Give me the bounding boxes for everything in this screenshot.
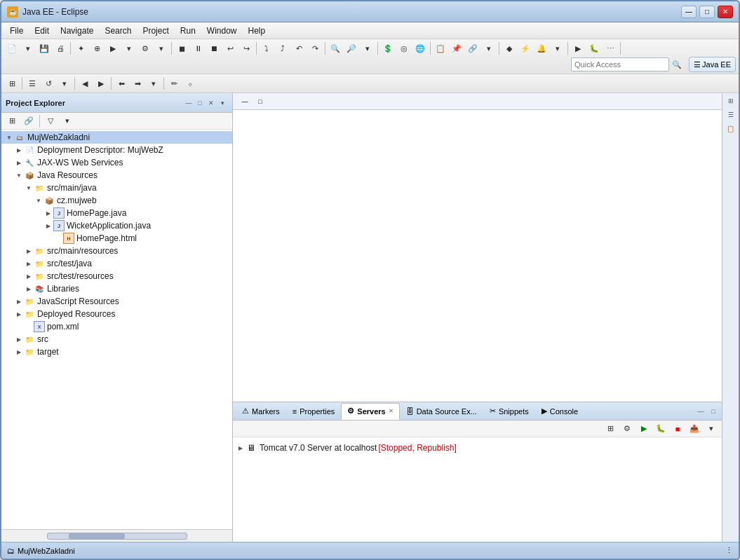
tb2-btn-3[interactable]: ↺: [41, 76, 56, 91]
rs-btn-1[interactable]: ⊞: [725, 95, 737, 107]
tree-root[interactable]: ▼ 🗂 MujWebZakladni: [1, 131, 232, 144]
tb2-btn-4[interactable]: ▾: [57, 76, 72, 91]
tb-btn-7[interactable]: ⚙: [137, 41, 153, 56]
menu-file[interactable]: File: [4, 25, 29, 37]
horizontal-scrollbar[interactable]: [1, 529, 232, 542]
tb-btn-24[interactable]: 📋: [433, 41, 448, 56]
tb2-btn-10[interactable]: ✏: [166, 76, 182, 91]
list-item[interactable]: ▼ 📦 Java Resources: [1, 169, 232, 182]
list-item[interactable]: ▶ 📁 JavaScript Resources: [1, 295, 232, 308]
tb2-btn-1[interactable]: ⊞: [4, 76, 20, 91]
tb2-btn-5[interactable]: ◀: [77, 76, 93, 91]
tb2-btn-6[interactable]: ▶: [93, 76, 109, 91]
list-item[interactable]: ▶ 📄 Deployment Descriptor: MujWebZ: [1, 144, 232, 156]
editor-minimize-btn[interactable]: —: [238, 95, 251, 108]
tb-btn-33[interactable]: 🐛: [586, 41, 602, 56]
list-item[interactable]: ▶ 📚 Libraries: [1, 282, 232, 295]
pe-maximize-btn[interactable]: □: [194, 97, 206, 109]
tb2-btn-8[interactable]: ➡: [130, 76, 145, 91]
menu-search[interactable]: Search: [99, 25, 137, 37]
quick-access-search-icon[interactable]: 🔍: [669, 57, 685, 72]
pe-minimize-btn[interactable]: —: [183, 97, 194, 109]
pe-collapse-btn[interactable]: ⊞: [4, 114, 20, 129]
srv-start-btn[interactable]: ▶: [636, 421, 652, 437]
list-item[interactable]: ▶ 📁 src/main/resources: [1, 245, 232, 257]
tb-btn-17[interactable]: ↷: [307, 41, 323, 56]
list-item[interactable]: X pom.xml: [1, 320, 232, 333]
rs-btn-3[interactable]: 📋: [725, 123, 737, 135]
tab-snippets[interactable]: ✂ Snippets: [483, 403, 535, 420]
pe-menu-btn[interactable]: ▾: [217, 97, 228, 109]
srv-settings-btn[interactable]: ⚙: [619, 421, 635, 437]
list-item[interactable]: ▶ 📁 src/test/java: [1, 257, 232, 270]
tb-btn-3[interactable]: ✦: [73, 41, 88, 56]
tb-btn-8[interactable]: ▾: [154, 41, 169, 56]
tb-btn-14[interactable]: ⤵: [259, 41, 274, 56]
tb2-btn-7[interactable]: ⬅: [114, 76, 129, 91]
list-item[interactable]: ▼ 📦 cz.mujweb: [1, 194, 232, 207]
tb-btn-18[interactable]: 🔍: [328, 41, 343, 56]
tab-markers[interactable]: ⚠ Markers: [236, 403, 286, 420]
menu-edit[interactable]: Edit: [29, 25, 55, 37]
tb-btn-29[interactable]: ⚡: [518, 41, 533, 56]
tb-btn-1[interactable]: ▾: [20, 41, 36, 56]
tb-btn-13[interactable]: ↪: [238, 41, 254, 56]
list-item[interactable]: ▶ 📁 Deployed Resources: [1, 308, 232, 320]
menu-run[interactable]: Run: [175, 25, 201, 37]
tab-servers[interactable]: ⚙ Servers ✕: [341, 403, 399, 420]
tb2-btn-11[interactable]: ⬦: [182, 76, 198, 91]
save-button[interactable]: 💾: [36, 41, 52, 56]
tb-btn-11[interactable]: ⏹: [206, 41, 222, 56]
srv-new-btn[interactable]: ⊞: [603, 421, 618, 437]
tb-btn-6[interactable]: ▾: [121, 41, 137, 56]
tb-btn-20[interactable]: ▾: [360, 41, 375, 56]
tb-btn-23[interactable]: 🌐: [412, 41, 428, 56]
tb-btn-4[interactable]: ⊕: [89, 41, 105, 56]
pe-link-btn[interactable]: 🔗: [21, 114, 36, 129]
tb-btn-9[interactable]: ◼: [174, 41, 189, 56]
srv-more-btn[interactable]: ▾: [704, 421, 719, 437]
list-item[interactable]: ▶ J HomePage.java: [1, 207, 232, 219]
quick-access-input[interactable]: [571, 57, 669, 71]
tb-btn-30[interactable]: 🔔: [534, 41, 549, 56]
tab-properties[interactable]: ≡ Properties: [286, 403, 342, 420]
tb-btn-19[interactable]: 🔎: [344, 41, 359, 56]
tb-btn-32[interactable]: ▶: [570, 41, 586, 56]
list-item[interactable]: H HomePage.html: [1, 232, 232, 245]
tab-console[interactable]: ▶ Console: [535, 403, 584, 420]
menu-window[interactable]: Window: [201, 25, 243, 37]
tb-btn-28[interactable]: ◆: [502, 41, 517, 56]
list-item[interactable]: ▶ 📁 src: [1, 333, 232, 346]
tb-btn-12[interactable]: ↩: [222, 41, 238, 56]
pe-close-btn[interactable]: ✕: [206, 97, 217, 109]
tb-btn-27[interactable]: ▾: [481, 41, 497, 56]
pe-filter-btn[interactable]: ▽: [43, 114, 58, 129]
menu-project[interactable]: Project: [137, 25, 174, 37]
menu-navigate[interactable]: Navigate: [55, 25, 99, 37]
tab-datasource[interactable]: 🗄 Data Source Ex...: [400, 403, 483, 420]
close-button[interactable]: ✕: [718, 6, 733, 18]
srv-stop-btn[interactable]: ■: [670, 421, 685, 437]
tb-btn-5[interactable]: ▶: [105, 41, 121, 56]
tb-btn-25[interactable]: 📌: [449, 41, 464, 56]
tb-btn-16[interactable]: ↶: [291, 41, 307, 56]
new-button[interactable]: 📄: [4, 41, 20, 56]
list-item[interactable]: ▶ 🔧 JAX-WS Web Services: [1, 156, 232, 169]
bp-maximize-btn[interactable]: □: [708, 406, 719, 417]
list-item[interactable]: ▶ 📁 src/test/resources: [1, 270, 232, 282]
maximize-button[interactable]: □: [699, 6, 715, 18]
list-item[interactable]: ▶ 📁 target: [1, 346, 232, 358]
tb-btn-22[interactable]: ◎: [396, 41, 412, 56]
srv-debug-btn[interactable]: 🐛: [653, 421, 668, 437]
tb-btn-2[interactable]: 🖨: [53, 41, 68, 56]
rs-btn-2[interactable]: ☰: [725, 109, 737, 121]
tb2-btn-9[interactable]: ▾: [146, 76, 161, 91]
menu-help[interactable]: Help: [243, 25, 271, 37]
tb-btn-10[interactable]: ⏸: [190, 41, 206, 56]
tb-btn-26[interactable]: 🔗: [465, 41, 480, 56]
tb-btn-15[interactable]: ⤴: [275, 41, 290, 56]
list-item[interactable]: ▼ 📁 src/main/java: [1, 182, 232, 194]
pe-menu-btn2[interactable]: ▾: [60, 114, 75, 129]
list-item[interactable]: ▶ J WicketApplication.java: [1, 219, 232, 232]
tb-btn-34[interactable]: ⋯: [603, 41, 618, 56]
